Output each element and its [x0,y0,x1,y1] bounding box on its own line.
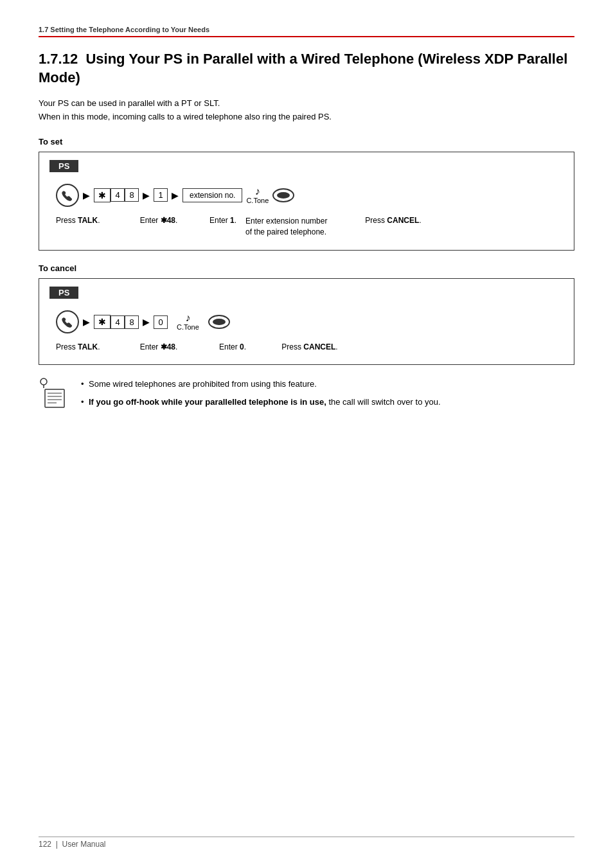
page-footer: 122 | User Manual [39,837,574,849]
phone-icon [56,184,79,207]
label-enter-0: Enter 0. [200,342,265,351]
intro-line2: When in this mode, incoming calls to a w… [39,111,574,124]
key-1: 1 [154,188,168,202]
key-group-star48-set: ✱ 4 8 [94,188,139,202]
key-group-star48-cancel: ✱ 4 8 [94,315,139,329]
to-set-label: To set [39,137,574,146]
key-4-c: 4 [111,315,125,329]
key-star: ✱ [94,188,111,202]
arrow3: ▶ [172,190,179,200]
page-number: 122 [39,840,51,849]
note-item-1: Some wired telephones are prohibited fro… [81,378,441,391]
svg-rect-2 [45,389,64,407]
key-8-c: 8 [125,315,139,329]
phone-icon-cancel [56,310,79,333]
key-star-c: ✱ [94,315,111,329]
arrow2: ▶ [143,190,150,200]
to-set-box: PS ▶ ✱ 4 8 ▶ 1 ▶ extension no. [39,152,574,251]
section-title: 1.7.12 Using Your PS in Parallel with a … [39,50,574,87]
to-cancel-box-header: PS [49,287,78,299]
page: 1.7 Setting the Telephone According to Y… [0,0,613,868]
ctone-set: ♪ C.Tone [246,186,269,204]
arrow-cancel-1: ▶ [83,317,90,327]
to-cancel-box: PS ▶ ✱ 4 8 ▶ 0 ♪ C.Tone [39,278,574,365]
ctone-cancel: ♪ C.Tone [177,313,199,331]
key-4: 4 [111,188,125,202]
label-press-talk-cancel: Press TALK. [56,342,117,351]
section-number: 1.7.12 [39,51,78,67]
note-text-1: Some wired telephones are prohibited fro… [89,379,317,389]
key-8: 8 [125,188,139,202]
label-enter-star48-set: Enter ✱48. [117,216,200,225]
label-enter-star48-cancel: Enter ✱48. [117,342,200,351]
note-icon: ♪ [255,186,260,197]
notes-section: Some wired telephones are prohibited fro… [39,378,574,413]
key-0: 0 [154,315,168,329]
notes-list: Some wired telephones are prohibited fro… [81,378,441,413]
ext-no-btn: extension no. [182,188,242,202]
note-bold-part: If you go off-hook while your parallelle… [89,397,326,407]
footer-label: User Manual [62,840,105,849]
note-icon-c: ♪ [185,313,190,323]
cancel-btn-cancel [208,315,230,329]
notes-icon [39,378,71,412]
section-heading: Using Your PS in Parallel with a Wired T… [39,51,567,85]
to-set-box-header: PS [49,160,78,172]
to-cancel-label: To cancel [39,263,574,273]
label-press-cancel-set: Press CANCEL. [361,216,425,225]
intro-text: Your PS can be used in parallel with a P… [39,97,574,124]
ctone-label: C.Tone [246,197,269,204]
arrow-cancel-2: ▶ [143,317,150,327]
label-enter-ext: Enter extension number of the paired tel… [245,216,361,238]
ctone-label-c: C.Tone [177,323,199,331]
breadcrumb: 1.7 Setting the Telephone According to Y… [39,26,574,37]
cancel-btn-set [272,188,294,202]
to-set-diagram-row: ▶ ✱ 4 8 ▶ 1 ▶ extension no. ♪ C.Tone [49,184,564,207]
arrow1: ▶ [83,190,90,200]
note-item-2: If you go off-hook while your parallelle… [81,396,441,409]
svg-point-0 [40,378,47,385]
label-enter-1: Enter 1. [200,216,245,225]
to-cancel-label-row: Press TALK. Enter ✱48. Enter 0. Press CA… [49,342,564,351]
label-press-cancel-cancel: Press CANCEL. [265,342,355,351]
to-cancel-diagram-row: ▶ ✱ 4 8 ▶ 0 ♪ C.Tone [49,310,564,333]
label-press-talk-set: Press TALK. [56,216,117,225]
to-set-label-row: Press TALK. Enter ✱48. Enter 1. Enter ex… [49,216,564,238]
intro-line1: Your PS can be used in parallel with a P… [39,97,574,111]
